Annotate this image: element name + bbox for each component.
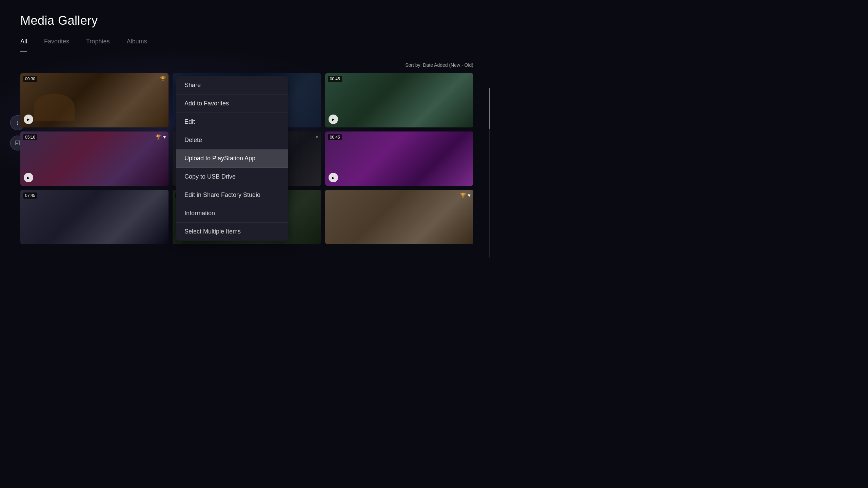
thumb-icons-9: 🏆 ♥ bbox=[460, 192, 471, 198]
play-button-4[interactable]: ▶ bbox=[24, 173, 33, 182]
thumb-image-7 bbox=[20, 190, 169, 244]
menu-item-share-factory[interactable]: Edit in Share Factory Studio bbox=[176, 186, 288, 204]
menu-item-edit[interactable]: Edit bbox=[176, 113, 288, 131]
heart-icon-4: ♥ bbox=[163, 134, 166, 140]
sort-icon: ↕ bbox=[16, 119, 19, 126]
thumbnail-3[interactable]: 00:45 ▶ bbox=[325, 73, 473, 127]
menu-item-copy-usb[interactable]: Copy to USB Drive bbox=[176, 168, 288, 186]
thumb-duration-7: 07:45 bbox=[23, 192, 37, 199]
select-icon: ☑ bbox=[15, 139, 20, 147]
thumb-image-6 bbox=[325, 131, 473, 186]
menu-item-information[interactable]: Information bbox=[176, 204, 288, 223]
context-menu[interactable]: Share Add to Favorites Edit Delete Uploa… bbox=[176, 76, 288, 241]
thumbnail-4[interactable]: 05:16 🏆 ♥ ▶ bbox=[20, 131, 169, 186]
sort-label: Sort by: Date Added (New - Old) bbox=[405, 62, 473, 68]
page-title: Media Gallery bbox=[20, 14, 473, 28]
play-button-1[interactable]: ▶ bbox=[24, 115, 33, 124]
thumb-duration-3: 00:45 bbox=[328, 76, 342, 82]
thumb-image-3 bbox=[325, 73, 473, 127]
thumb-icons-4: 🏆 ♥ bbox=[155, 134, 166, 140]
heart-icon-5: ♥ bbox=[315, 134, 318, 140]
menu-item-delete[interactable]: Delete bbox=[176, 131, 288, 149]
trophy-icon-1: 🏆 bbox=[160, 76, 166, 81]
tab-favorites[interactable]: Favorites bbox=[44, 38, 69, 48]
toolbar: Sort by: Date Added (New - Old) bbox=[20, 62, 473, 68]
thumb-duration-1: 00:30 bbox=[23, 76, 37, 82]
tab-all[interactable]: All bbox=[20, 38, 27, 48]
menu-item-share[interactable]: Share bbox=[176, 76, 288, 95]
thumb-icons-1: 🏆 bbox=[160, 76, 166, 81]
thumbnail-6[interactable]: 00:45 ▶ bbox=[325, 131, 473, 186]
menu-item-upload-ps[interactable]: Upload to PlayStation App bbox=[176, 149, 288, 168]
trophy-icon-9: 🏆 bbox=[460, 192, 466, 198]
play-button-3[interactable]: ▶ bbox=[329, 115, 338, 124]
trophy-icon-4: 🏆 bbox=[155, 134, 161, 140]
thumb-icons-5: ♥ bbox=[315, 134, 318, 140]
tab-trophies[interactable]: Trophies bbox=[86, 38, 110, 48]
tab-albums[interactable]: Albums bbox=[126, 38, 147, 48]
thumb-image-1 bbox=[20, 73, 169, 127]
thumb-duration-6: 00:45 bbox=[328, 134, 342, 140]
thumb-image-4 bbox=[20, 131, 169, 186]
menu-item-add-favorites[interactable]: Add to Favorites bbox=[176, 95, 288, 113]
play-button-6[interactable]: ▶ bbox=[329, 173, 338, 182]
thumb-duration-4: 05:16 bbox=[23, 134, 37, 140]
thumbnail-7[interactable]: 07:45 bbox=[20, 190, 169, 244]
heart-icon-9: ♥ bbox=[468, 192, 471, 198]
thumb-image-9 bbox=[325, 190, 473, 244]
thumbnail-9[interactable]: 🏆 ♥ bbox=[325, 190, 473, 244]
thumbnail-1[interactable]: 00:30 🏆 ▶ bbox=[20, 73, 169, 127]
tab-bar: All Favorites Trophies Albums bbox=[20, 38, 473, 52]
menu-item-select-multiple[interactable]: Select Multiple Items bbox=[176, 223, 288, 241]
